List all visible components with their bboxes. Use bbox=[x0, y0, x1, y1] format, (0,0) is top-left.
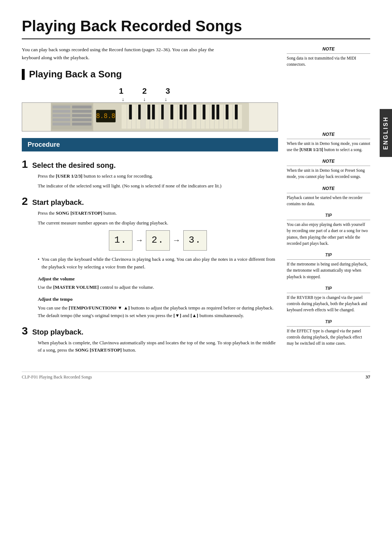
side-tip-1-title: TIP bbox=[287, 212, 370, 220]
svg-rect-38 bbox=[184, 105, 187, 119]
svg-rect-37 bbox=[180, 105, 183, 119]
kbd-num-1: 1 bbox=[119, 86, 123, 96]
step-1-body: Press the [USER 1/2/3] button to select … bbox=[38, 173, 278, 190]
side-note-4: NOTE Playback cannot be started when the… bbox=[287, 185, 370, 207]
side-column: NOTE Song data is not transmitted via th… bbox=[287, 46, 370, 357]
arrow-down-2: ↓ bbox=[143, 97, 146, 102]
svg-rect-40 bbox=[203, 105, 205, 119]
adjust-volume-title: Adjust the volume bbox=[38, 275, 278, 283]
kbd-num-2: 2 bbox=[142, 86, 147, 96]
keyboard-svg: 8.8.8 bbox=[22, 102, 278, 131]
svg-rect-32 bbox=[138, 105, 141, 119]
svg-rect-47 bbox=[187, 105, 191, 129]
measure-2: 2. bbox=[146, 230, 170, 251]
svg-rect-33 bbox=[147, 105, 150, 119]
side-note-2: NOTE When the unit is in Demo Song mode,… bbox=[287, 131, 370, 153]
side-tip-2: TIP If the metronome is being used durin… bbox=[287, 252, 370, 280]
svg-rect-43 bbox=[226, 105, 229, 119]
arrow-down-1: ↓ bbox=[122, 97, 124, 102]
section-title-bar bbox=[22, 69, 25, 80]
svg-rect-52 bbox=[53, 123, 70, 126]
side-tip-4: TIP If the EFFECT type is changed via th… bbox=[287, 319, 370, 347]
svg-rect-51 bbox=[53, 118, 70, 121]
step-3-header: 3 Stop playback. bbox=[22, 325, 278, 337]
svg-rect-45 bbox=[141, 105, 146, 129]
intro-text: You can play back songs recorded using t… bbox=[22, 46, 232, 61]
bullet-keyboard-note: • You can play the keyboard while the Cl… bbox=[38, 256, 278, 271]
side-note-4-title: NOTE bbox=[287, 185, 370, 193]
svg-rect-42 bbox=[216, 105, 219, 119]
arrow-right-1: → bbox=[137, 234, 142, 247]
svg-rect-44 bbox=[235, 105, 238, 119]
side-tip-4-title: TIP bbox=[287, 319, 370, 327]
side-tip-3: TIP If the REVERB type is changed via th… bbox=[287, 285, 370, 313]
section-title: Playing Back a Song bbox=[22, 69, 278, 80]
english-tab: ENGLISH bbox=[380, 109, 392, 157]
svg-rect-36 bbox=[171, 105, 173, 119]
step-1-header: 1 Select the desired song. bbox=[22, 158, 278, 170]
side-note-2-text: When the unit is in Demo Song mode, you … bbox=[287, 141, 370, 153]
step-1-title: Select the desired song. bbox=[32, 161, 116, 170]
keyboard-diagram-area: 1 2 3 ↓ ↓ ↓ 8.8.8 bbox=[22, 86, 278, 131]
footer-left: CLP-F01 Playing Back Recorded Songs bbox=[22, 374, 92, 380]
side-tip-1-text: You can also enjoy playing duets with yo… bbox=[287, 222, 370, 247]
side-note-3-text: When the unit is in Demo Song or Preset … bbox=[287, 167, 370, 180]
svg-rect-34 bbox=[152, 105, 155, 119]
step-3-title: Stop playback. bbox=[32, 328, 83, 336]
side-note-1-text: Song data is not transmitted via the MID… bbox=[287, 55, 370, 68]
svg-rect-31 bbox=[129, 105, 132, 119]
adjust-tempo-title: Adjust the tempo bbox=[38, 296, 278, 303]
svg-rect-55 bbox=[72, 114, 92, 117]
step-2-header: 2 Start playback. bbox=[22, 195, 278, 207]
side-note-2-title: NOTE bbox=[287, 131, 370, 139]
adjust-volume-body: Use the [MASTER VOLUME] control to adjus… bbox=[38, 284, 278, 291]
svg-rect-41 bbox=[212, 105, 215, 119]
arrow-right-2: → bbox=[174, 234, 179, 247]
step-1-number: 1 bbox=[22, 158, 28, 170]
svg-rect-49 bbox=[53, 110, 70, 113]
side-note-1: NOTE Song data is not transmitted via th… bbox=[287, 46, 370, 68]
svg-rect-57 bbox=[72, 123, 92, 126]
side-note-3-title: NOTE bbox=[287, 158, 370, 166]
svg-rect-48 bbox=[53, 106, 70, 109]
svg-rect-39 bbox=[193, 105, 196, 119]
page-number: 37 bbox=[366, 374, 370, 380]
side-tip-1: TIP You can also enjoy playing duets wit… bbox=[287, 212, 370, 247]
kbd-num-3: 3 bbox=[166, 86, 170, 96]
step-2-title: Start playback. bbox=[32, 198, 84, 207]
step-2-body: Press the SONG [START/STOP] button. The … bbox=[38, 210, 278, 320]
svg-rect-50 bbox=[53, 114, 70, 117]
side-note-1-title: NOTE bbox=[287, 46, 370, 54]
side-tip-2-text: If the metronome is being used during pl… bbox=[287, 261, 370, 280]
svg-rect-53 bbox=[72, 106, 92, 109]
page-footer: CLP-F01 Playing Back Recorded Songs 37 bbox=[22, 372, 370, 380]
svg-rect-54 bbox=[72, 110, 92, 113]
measure-1: 1. bbox=[109, 230, 132, 251]
main-title: Playing Back Recorded Songs bbox=[22, 17, 370, 39]
arrow-down-3: ↓ bbox=[165, 97, 167, 102]
side-note-3: NOTE When the unit is in Demo Song or Pr… bbox=[287, 158, 370, 180]
side-tip-2-title: TIP bbox=[287, 252, 370, 260]
svg-text:8.8.8: 8.8.8 bbox=[96, 112, 115, 119]
step-2-number: 2 bbox=[22, 195, 28, 207]
step-3-body: When playback is complete, the Clavinova… bbox=[38, 339, 278, 355]
measure-3: 3. bbox=[183, 230, 207, 251]
measure-display: 1. → 2. → 3. bbox=[38, 230, 278, 251]
adjust-tempo-body: You can use the [TEMPO/FUNCTION# ▼ ▲] bu… bbox=[38, 304, 278, 320]
step-3-number: 3 bbox=[22, 325, 28, 337]
side-tip-4-text: If the EFFECT type is changed via the pa… bbox=[287, 328, 370, 347]
procedure-header: Procedure bbox=[22, 138, 278, 151]
svg-rect-56 bbox=[72, 118, 92, 121]
side-note-4-text: Playback cannot be started when the reco… bbox=[287, 195, 370, 207]
svg-rect-46 bbox=[164, 105, 168, 129]
side-tip-3-title: TIP bbox=[287, 285, 370, 293]
side-tip-3-text: If the REVERB type is changed via the pa… bbox=[287, 295, 370, 313]
svg-rect-35 bbox=[161, 105, 164, 119]
